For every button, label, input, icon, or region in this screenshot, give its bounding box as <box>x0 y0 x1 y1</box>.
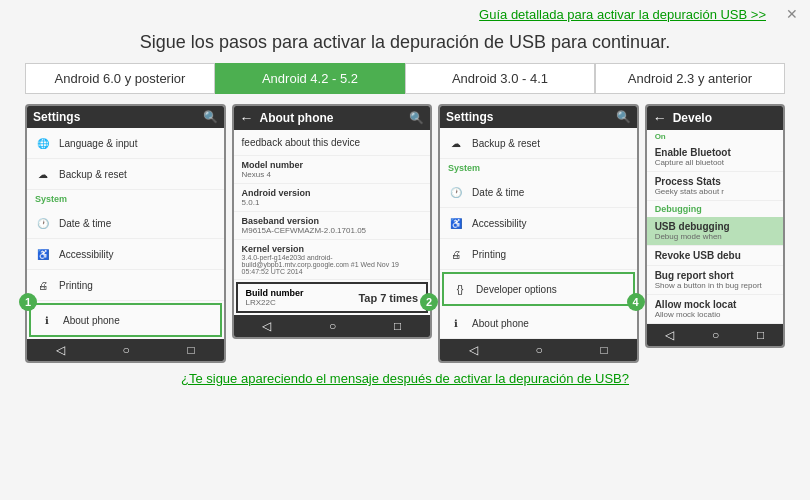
screen2-header: ← About phone 🔍 <box>234 106 431 130</box>
settings-item-about3[interactable]: ℹ About phone <box>440 308 637 339</box>
settings-item-printing3[interactable]: 🖨 Printing <box>440 239 637 270</box>
bottom-help-link[interactable]: ¿Te sigue apareciendo el mensaje después… <box>181 371 629 386</box>
baseband-value: M9615A-CEFWMAZM-2.0.1701.05 <box>242 226 423 235</box>
feedback-item[interactable]: feedback about this device <box>234 130 431 156</box>
settings-label: Accessibility <box>59 249 113 260</box>
screen3-search-icon[interactable]: 🔍 <box>616 110 631 124</box>
about-icon: ℹ <box>39 312 55 328</box>
feedback-label: feedback about this device <box>242 137 360 148</box>
settings-label: About phone <box>472 318 529 329</box>
screen2-container: ← About phone 🔍 feedback about this devi… <box>232 104 433 363</box>
screen3-body: ☁ Backup & reset System 🕐 Date & time ♿ … <box>440 128 637 339</box>
build-value: LRX22C <box>246 298 304 307</box>
main-title: Sigue los pasos para activar la depuraci… <box>140 32 670 53</box>
screen1-navbar: ◁ ○ □ <box>27 339 224 361</box>
usb-debugging-item[interactable]: USB debugging Debug mode when <box>647 217 783 246</box>
android-version-block: Android version 5.0.1 <box>234 184 431 212</box>
settings-item-about[interactable]: ℹ About phone <box>29 303 222 337</box>
settings-item-label: Language & input <box>59 138 137 149</box>
process-stats-item[interactable]: Process Stats Geeky stats about r <box>647 172 783 201</box>
date3-icon: 🕐 <box>448 184 464 200</box>
debugging-label: Debugging <box>647 201 783 217</box>
screen1-header: Settings 🔍 <box>27 106 224 128</box>
recent-nav[interactable]: □ <box>187 343 194 357</box>
settings-label: Date & time <box>59 218 111 229</box>
printing3-icon: 🖨 <box>448 246 464 262</box>
back-nav4[interactable]: ◁ <box>665 328 674 342</box>
settings-label: Developer options <box>476 284 557 295</box>
baseband-label: Baseband version <box>242 216 423 226</box>
screen2-navbar: ◁ ○ □ <box>234 315 431 337</box>
settings-item-accessibility3[interactable]: ♿ Accessibility <box>440 208 637 239</box>
screen3-header: Settings 🔍 <box>440 106 637 128</box>
settings-item-accessibility[interactable]: ♿ Accessibility <box>27 239 224 270</box>
settings-item-language[interactable]: 🌐 Language & input <box>27 128 224 159</box>
process-stats-title: Process Stats <box>655 176 775 187</box>
settings-label: About phone <box>63 315 120 326</box>
top-bar: Guía detallada para activar la depuració… <box>0 0 810 28</box>
settings-label: Date & time <box>472 187 524 198</box>
screen2-search-icon[interactable]: 🔍 <box>409 111 424 125</box>
recent-nav3[interactable]: □ <box>601 343 608 357</box>
tab-android23[interactable]: Android 2.3 y anterior <box>595 63 785 94</box>
bug-report-item[interactable]: Bug report short Show a button in th bug… <box>647 266 783 295</box>
screen1-search-icon[interactable]: 🔍 <box>203 110 218 124</box>
close-button[interactable]: ✕ <box>786 6 798 22</box>
build-number-block[interactable]: Build number LRX22C Tap 7 times <box>236 282 429 313</box>
settings-item-backup3[interactable]: ☁ Backup & reset <box>440 128 637 159</box>
guide-link[interactable]: Guía detallada para activar la depuració… <box>479 7 766 22</box>
date-icon: 🕐 <box>35 215 51 231</box>
revoke-usb-item[interactable]: Revoke USB debu <box>647 246 783 266</box>
settings-item-developer[interactable]: {} Developer options <box>442 272 635 306</box>
system-label: System <box>27 190 224 208</box>
back-arrow4-icon[interactable]: ← <box>653 110 667 126</box>
usb-debugging-sub: Debug mode when <box>655 232 775 241</box>
tab-android42[interactable]: Android 4.2 - 5.2 <box>215 63 405 94</box>
main-container: Guía detallada para activar la depuració… <box>0 0 810 500</box>
back-nav[interactable]: ◁ <box>56 343 65 357</box>
screen3-navbar: ◁ ○ □ <box>440 339 637 361</box>
toggle-row: On <box>647 130 783 143</box>
back-nav3[interactable]: ◁ <box>469 343 478 357</box>
home-nav[interactable]: ○ <box>123 343 130 357</box>
toggle-on-label: On <box>655 132 666 141</box>
system-label3: System <box>440 159 637 177</box>
tabs-row: Android 6.0 y posterior Android 4.2 - 5.… <box>25 63 785 94</box>
bluetooth-item[interactable]: Enable Bluetoot Capture all bluetoot <box>647 143 783 172</box>
screen4: ← Develo On Enable Bluetoot Capture all … <box>645 104 785 348</box>
tab-android6[interactable]: Android 6.0 y posterior <box>25 63 215 94</box>
screen4-container: ← Develo On Enable Bluetoot Capture all … <box>645 104 785 363</box>
screen3: Settings 🔍 ☁ Backup & reset System 🕐 Dat… <box>438 104 639 363</box>
screen3-container: Settings 🔍 ☁ Backup & reset System 🕐 Dat… <box>438 104 639 363</box>
tab-android30[interactable]: Android 3.0 - 4.1 <box>405 63 595 94</box>
home-nav3[interactable]: ○ <box>536 343 543 357</box>
mock-location-item[interactable]: Allow mock locat Allow mock locatio <box>647 295 783 324</box>
backup3-icon: ☁ <box>448 135 464 151</box>
bug-report-sub: Show a button in th bug report <box>655 281 775 290</box>
back-nav2[interactable]: ◁ <box>262 319 271 333</box>
process-stats-sub: Geeky stats about r <box>655 187 775 196</box>
screen1-container: Settings 🔍 🌐 Language & input ☁ Backup &… <box>25 104 226 363</box>
tap-label: Tap 7 times <box>358 292 418 304</box>
kernel-value: 3.4.0-perf-g14e203d android-build@ybpb1.… <box>242 254 423 275</box>
settings-item-backup[interactable]: ☁ Backup & reset <box>27 159 224 190</box>
developer-icon: {} <box>452 281 468 297</box>
home-nav2[interactable]: ○ <box>329 319 336 333</box>
mock-location-sub: Allow mock locatio <box>655 310 775 319</box>
usb-debugging-title: USB debugging <box>655 221 775 232</box>
screen1: Settings 🔍 🌐 Language & input ☁ Backup &… <box>25 104 226 363</box>
recent-nav2[interactable]: □ <box>394 319 401 333</box>
back-arrow-icon[interactable]: ← <box>240 110 254 126</box>
settings-item-date3[interactable]: 🕐 Date & time <box>440 177 637 208</box>
printing-icon: 🖨 <box>35 277 51 293</box>
screen2: ← About phone 🔍 feedback about this devi… <box>232 104 433 339</box>
home-nav4[interactable]: ○ <box>712 328 719 342</box>
screen3-title: Settings <box>446 110 493 124</box>
accessibility3-icon: ♿ <box>448 215 464 231</box>
settings-item-date[interactable]: 🕐 Date & time <box>27 208 224 239</box>
model-value: Nexus 4 <box>242 170 423 179</box>
recent-nav4[interactable]: □ <box>757 328 764 342</box>
screen2-body: feedback about this device Model number … <box>234 130 431 315</box>
step4-bubble: 4 <box>627 293 645 311</box>
settings-item-printing[interactable]: 🖨 Printing <box>27 270 224 301</box>
